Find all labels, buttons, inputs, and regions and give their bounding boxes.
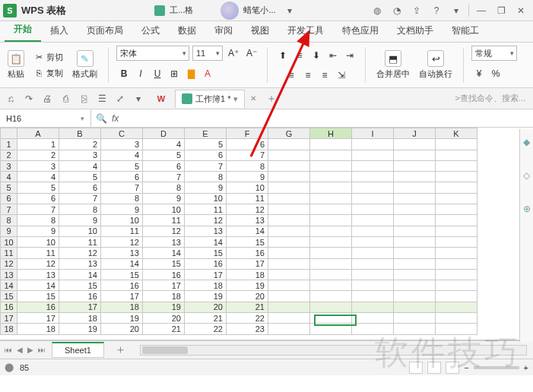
bold-button[interactable]: B: [116, 67, 132, 81]
cell-K7[interactable]: [436, 204, 477, 215]
cell-I10[interactable]: [352, 236, 394, 247]
cell-A12[interactable]: 12: [17, 258, 59, 269]
cell-F3[interactable]: 8: [227, 160, 268, 171]
cell-C11[interactable]: 13: [101, 248, 143, 258]
cell-K18[interactable]: [436, 324, 477, 334]
cell-D17[interactable]: 20: [143, 313, 185, 324]
cell-H8[interactable]: [310, 215, 352, 226]
cell-G10[interactable]: [268, 236, 310, 247]
cell-D10[interactable]: 13: [143, 236, 185, 247]
cell-A6[interactable]: 6: [17, 193, 59, 204]
cell-K14[interactable]: [436, 280, 477, 291]
cell-G13[interactable]: [268, 269, 310, 280]
cell-C2[interactable]: 4: [101, 150, 143, 160]
globe-icon[interactable]: ◍: [368, 2, 386, 19]
cell-K6[interactable]: [436, 193, 477, 204]
menu-tab-10[interactable]: 智能工: [443, 21, 488, 42]
row-header-9[interactable]: 9: [1, 226, 17, 236]
view-break-button[interactable]: [446, 362, 459, 374]
cell-J13[interactable]: [394, 269, 436, 280]
cell-H6[interactable]: [310, 193, 352, 204]
cell-D4[interactable]: 7: [143, 172, 185, 182]
row-header-4[interactable]: 4: [1, 172, 17, 182]
cell-K12[interactable]: [436, 258, 477, 269]
cell-F10[interactable]: 15: [227, 236, 268, 247]
cell-I6[interactable]: [352, 193, 394, 204]
cell-I9[interactable]: [352, 226, 394, 236]
cell-A7[interactable]: 7: [17, 204, 59, 215]
cell-F7[interactable]: 12: [227, 204, 268, 215]
cell-B13[interactable]: 14: [59, 269, 101, 280]
cell-H14[interactable]: [310, 280, 352, 291]
cell-C12[interactable]: 14: [101, 258, 143, 269]
cell-I13[interactable]: [352, 269, 394, 280]
cell-B9[interactable]: 10: [59, 226, 101, 236]
cell-E11[interactable]: 15: [185, 248, 227, 258]
cell-I18[interactable]: [352, 324, 394, 334]
cell-D5[interactable]: 8: [143, 182, 185, 193]
cell-K10[interactable]: [436, 236, 477, 247]
sheet-nav-last-icon[interactable]: ⏭: [36, 346, 47, 354]
view-page-button[interactable]: [427, 362, 441, 374]
cell-E9[interactable]: 13: [185, 226, 227, 236]
cell-B5[interactable]: 6: [59, 182, 101, 193]
redo-button[interactable]: ↷: [21, 91, 36, 106]
cell-B6[interactable]: 7: [59, 193, 101, 204]
cell-B16[interactable]: 17: [59, 302, 101, 312]
cell-E10[interactable]: 14: [185, 236, 227, 247]
fx-icon[interactable]: fx: [112, 113, 119, 124]
cell-F18[interactable]: 23: [227, 324, 268, 334]
cell-E5[interactable]: 9: [185, 182, 227, 193]
number-format-combo[interactable]: 常规: [471, 46, 517, 61]
cell-E4[interactable]: 8: [185, 172, 227, 182]
increase-font-button[interactable]: A⁺: [226, 46, 241, 60]
user-dropdown-icon[interactable]: ▾: [281, 2, 299, 19]
cell-B15[interactable]: 16: [59, 291, 101, 302]
row-header-12[interactable]: 12: [1, 258, 17, 269]
cell-H10[interactable]: [310, 236, 352, 247]
new-tab-button[interactable]: ＋: [266, 92, 277, 106]
cell-K3[interactable]: [436, 160, 477, 171]
cell-E18[interactable]: 22: [185, 324, 227, 334]
cell-C14[interactable]: 16: [101, 280, 143, 291]
cell-I2[interactable]: [352, 150, 394, 160]
cell-J3[interactable]: [394, 160, 436, 171]
menu-tab-0[interactable]: 开始: [5, 19, 41, 42]
cell-H9[interactable]: [310, 226, 352, 236]
zoom-slider[interactable]: [474, 366, 519, 369]
cell-G11[interactable]: [268, 248, 310, 258]
wps-logo-icon[interactable]: W: [154, 92, 169, 106]
menu-tab-2[interactable]: 页面布局: [78, 21, 132, 42]
cell-E3[interactable]: 7: [185, 160, 227, 171]
cell-K8[interactable]: [436, 215, 477, 226]
cell-G6[interactable]: [268, 193, 310, 204]
cell-F1[interactable]: 6: [227, 139, 268, 150]
merge-center-button[interactable]: ⬒ 合并居中: [373, 49, 413, 81]
row-header-18[interactable]: 18: [1, 324, 17, 334]
cell-B18[interactable]: 19: [59, 324, 101, 334]
cell-C15[interactable]: 17: [101, 291, 143, 302]
cell-D8[interactable]: 11: [143, 215, 185, 226]
minimize-button[interactable]: —: [472, 2, 490, 19]
row-header-2[interactable]: 2: [1, 150, 17, 160]
fill-color-button[interactable]: ▇: [183, 67, 198, 81]
cell-E1[interactable]: 5: [185, 139, 227, 150]
row-header-7[interactable]: 7: [1, 204, 17, 215]
cell-K17[interactable]: [436, 313, 477, 324]
cell-I16[interactable]: [352, 302, 394, 312]
search-hint[interactable]: >查找命令、搜索...: [455, 93, 530, 104]
cell-J16[interactable]: [394, 302, 436, 312]
cell-E8[interactable]: 12: [185, 215, 227, 226]
cut-button[interactable]: ✂ 剪切: [30, 50, 66, 65]
cell-F4[interactable]: 9: [227, 172, 268, 182]
col-header-G[interactable]: G: [268, 128, 310, 139]
row-header-1[interactable]: 1: [1, 139, 17, 150]
panel-icon-2[interactable]: ◇: [523, 170, 530, 181]
cell-J18[interactable]: [394, 324, 436, 334]
cell-K15[interactable]: [436, 291, 477, 302]
cell-C17[interactable]: 19: [101, 313, 143, 324]
cell-A8[interactable]: 8: [17, 215, 59, 226]
cell-A9[interactable]: 9: [17, 226, 59, 236]
qat-icon-1[interactable]: ⍄: [76, 91, 91, 106]
cell-C5[interactable]: 7: [101, 182, 143, 193]
